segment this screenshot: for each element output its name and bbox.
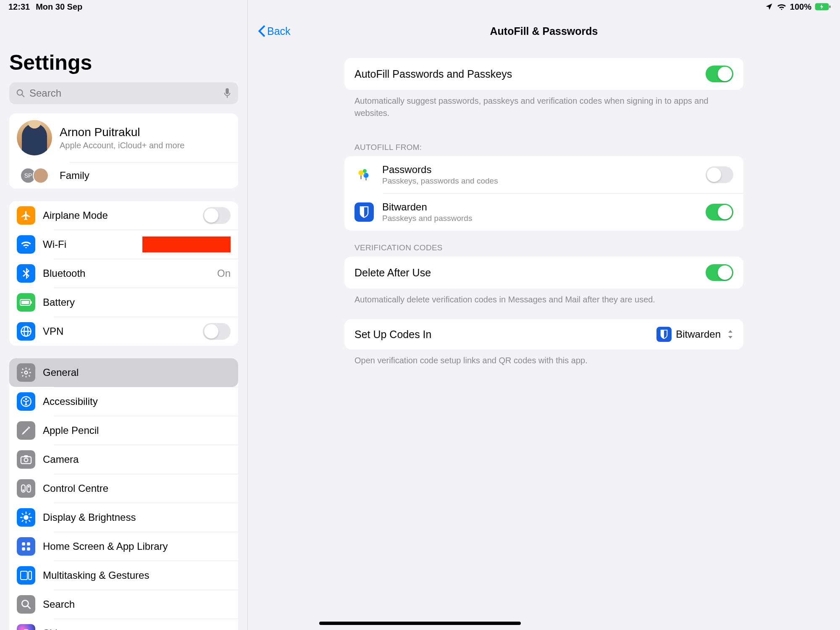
battery-label: Battery <box>43 297 231 308</box>
connectivity-group: Airplane Mode Wi-Fi Bluetooth On <box>9 201 238 346</box>
vpn-label: VPN <box>43 326 195 337</box>
control-centre-icon <box>17 479 35 498</box>
svg-line-3 <box>22 94 24 97</box>
accessibility-icon <box>17 392 35 411</box>
autofill-sources-group: Passwords Passkeys, passwords and codes … <box>344 156 743 231</box>
delete-after-use-group: Delete After Use <box>344 257 743 289</box>
delete-after-use-row[interactable]: Delete After Use <box>344 257 743 289</box>
multitasking-label: Multitasking & Gestures <box>43 570 231 581</box>
svg-point-40 <box>359 171 364 176</box>
autofill-toggle-row[interactable]: AutoFill Passwords and Passkeys <box>344 58 743 90</box>
homescreen-icon <box>17 537 35 556</box>
svg-point-12 <box>25 371 28 374</box>
autofill-toggle-label: AutoFill Passwords and Passkeys <box>354 68 697 80</box>
svg-point-16 <box>24 458 28 462</box>
avatar <box>17 120 52 155</box>
delete-after-use-footer: Automatically delete verification codes … <box>344 289 743 317</box>
autofill-toggle-switch[interactable] <box>706 66 733 82</box>
wifi-icon <box>17 235 35 254</box>
display-icon <box>17 508 35 527</box>
svg-point-21 <box>28 486 29 488</box>
passwords-label: Passwords <box>382 164 697 176</box>
search-field[interactable] <box>29 87 219 99</box>
sidebar-item-general[interactable]: General <box>9 358 238 387</box>
delete-after-use-switch[interactable] <box>706 264 733 281</box>
verification-header: VERIFICATION CODES <box>344 231 743 257</box>
airplane-switch[interactable] <box>203 207 231 224</box>
status-date: Mon 30 Sep <box>36 2 82 12</box>
settings-title: Settings <box>9 50 238 75</box>
detail-pane: Back AutoFill & Passwords AutoFill Passw… <box>248 0 840 630</box>
setup-codes-footer: Open verification code setup links and Q… <box>344 349 743 378</box>
sidebar-item-bluetooth[interactable]: Bluetooth On <box>9 259 238 288</box>
svg-rect-1 <box>829 5 831 8</box>
bluetooth-value: On <box>217 268 231 279</box>
sidebar-item-accessibility[interactable]: Accessibility <box>9 387 238 416</box>
wifi-status-icon <box>777 3 787 10</box>
svg-rect-7 <box>21 301 29 304</box>
bluetooth-label: Bluetooth <box>43 268 210 279</box>
svg-rect-4 <box>226 88 228 94</box>
autofill-source-bitwarden[interactable]: Bitwarden Passkeys and passwords <box>344 194 743 231</box>
control-centre-label: Control Centre <box>43 483 231 494</box>
setup-codes-row[interactable]: Set Up Codes In Bitwarden <box>344 319 743 349</box>
mic-icon[interactable] <box>223 88 231 99</box>
wifi-value-redacted <box>142 236 231 252</box>
vpn-icon <box>17 322 35 341</box>
homescreen-label: Home Screen & App Library <box>43 541 231 552</box>
profile-sub: Apple Account, iCloud+ and more <box>60 141 231 150</box>
svg-rect-36 <box>29 571 32 580</box>
general-label: General <box>43 367 231 378</box>
wifi-label: Wi-Fi <box>43 239 135 250</box>
passwords-switch[interactable] <box>706 166 733 183</box>
home-indicator[interactable] <box>319 622 521 625</box>
autofill-source-passwords[interactable]: Passwords Passkeys, passwords and codes <box>344 156 743 193</box>
sidebar-item-camera[interactable]: Camera <box>9 445 238 474</box>
setup-codes-label: Set Up Codes In <box>354 328 648 341</box>
sidebar-item-display[interactable]: Display & Brightness <box>9 503 238 532</box>
page-title: AutoFill & Passwords <box>248 25 840 37</box>
sidebar-item-apple-pencil[interactable]: Apple Pencil <box>9 416 238 445</box>
airplane-icon <box>17 206 35 225</box>
svg-rect-17 <box>24 455 28 457</box>
svg-line-29 <box>22 520 23 521</box>
sidebar-item-vpn[interactable]: VPN <box>9 317 238 346</box>
general-group: General Accessibility Apple Pencil <box>9 358 238 630</box>
family-row[interactable]: SP Family <box>9 163 238 189</box>
search-label: Search <box>43 598 231 610</box>
svg-rect-33 <box>22 547 25 551</box>
svg-rect-8 <box>31 301 32 304</box>
svg-rect-34 <box>27 547 30 551</box>
bluetooth-icon <box>17 264 35 283</box>
sidebar-item-battery[interactable]: Battery <box>9 288 238 317</box>
back-label: Back <box>267 25 291 37</box>
pencil-icon <box>17 421 35 440</box>
passwords-app-icon <box>354 165 374 184</box>
sidebar-item-search[interactable]: Search <box>9 590 238 619</box>
bitwarden-icon <box>354 202 374 222</box>
svg-line-28 <box>29 520 30 521</box>
svg-line-30 <box>29 514 30 514</box>
siri-label: Siri <box>43 627 231 630</box>
sidebar-item-siri[interactable]: Siri <box>9 619 238 630</box>
chevron-left-icon <box>258 25 265 37</box>
sidebar-item-wifi[interactable]: Wi-Fi <box>9 230 238 259</box>
svg-rect-35 <box>21 571 27 580</box>
sidebar-item-control-centre[interactable]: Control Centre <box>9 474 238 503</box>
location-icon <box>765 3 773 11</box>
airplane-label: Airplane Mode <box>43 210 195 221</box>
sidebar-item-homescreen[interactable]: Home Screen & App Library <box>9 532 238 561</box>
bitwarden-switch[interactable] <box>706 204 733 220</box>
sidebar-item-airplane[interactable]: Airplane Mode <box>9 201 238 230</box>
search-input[interactable] <box>9 82 238 104</box>
profile-row[interactable]: Arnon Puitrakul Apple Account, iCloud+ a… <box>9 113 238 162</box>
nav-bar: Back AutoFill & Passwords <box>248 21 840 45</box>
svg-rect-31 <box>22 542 25 546</box>
sidebar-item-multitasking[interactable]: Multitasking & Gestures <box>9 561 238 590</box>
autofill-from-header: AUTOFILL FROM: <box>344 130 743 156</box>
autofill-toggle-group: AutoFill Passwords and Passkeys <box>344 58 743 90</box>
delete-after-use-label: Delete After Use <box>354 267 697 279</box>
family-avatars: SP <box>17 168 52 184</box>
vpn-switch[interactable] <box>203 323 231 340</box>
back-button[interactable]: Back <box>258 25 291 37</box>
